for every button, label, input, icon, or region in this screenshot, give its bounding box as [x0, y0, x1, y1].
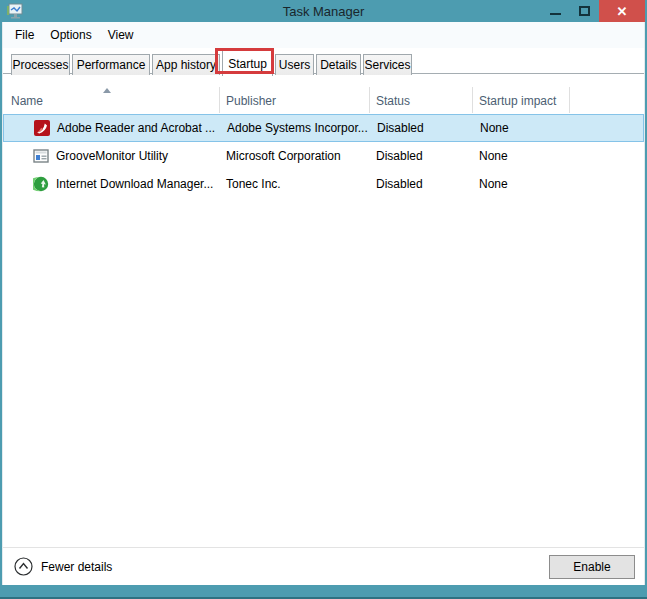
maximize-button[interactable] — [570, 0, 599, 22]
table-row[interactable]: Adobe Reader and Acrobat ... Adobe Syste… — [3, 114, 644, 142]
column-header-startup-impact[interactable]: Startup impact — [473, 75, 570, 114]
fewer-details-toggle[interactable]: Fewer details — [14, 557, 112, 576]
startup-item-status: Disabled — [371, 121, 474, 135]
startup-item-impact: None — [473, 177, 570, 191]
column-header-publisher[interactable]: Publisher — [220, 75, 370, 114]
startup-item-status: Disabled — [370, 149, 473, 163]
column-header-status[interactable]: Status — [370, 75, 473, 114]
window-body: File Options View Processes Performance … — [2, 22, 645, 585]
startup-item-publisher: Microsoft Corporation — [220, 149, 370, 163]
tab-details[interactable]: Details — [316, 54, 361, 75]
minimize-button[interactable] — [541, 0, 570, 22]
groove-monitor-icon — [33, 148, 49, 164]
menu-view[interactable]: View — [100, 24, 142, 46]
table-header: Name Publisher Status Startup impact — [3, 75, 644, 114]
idm-icon — [33, 176, 49, 192]
tab-performance[interactable]: Performance — [72, 54, 150, 75]
startup-items-list: Adobe Reader and Acrobat ... Adobe Syste… — [3, 114, 644, 198]
tab-users[interactable]: Users — [275, 54, 314, 75]
fewer-details-label: Fewer details — [41, 560, 112, 574]
startup-item-name: Adobe Reader and Acrobat ... — [57, 121, 215, 135]
startup-item-publisher: Tonec Inc. — [220, 177, 370, 191]
menu-bar: File Options View — [3, 22, 644, 48]
close-icon: ✕ — [617, 4, 628, 19]
tab-app-history[interactable]: App history — [152, 54, 220, 75]
table-row[interactable]: Internet Download Manager... Tonec Inc. … — [3, 170, 644, 198]
menu-options[interactable]: Options — [42, 24, 99, 46]
table-row[interactable]: GrooveMonitor Utility Microsoft Corporat… — [3, 142, 644, 170]
minimize-icon — [550, 13, 561, 15]
tab-startup[interactable]: Startup — [222, 50, 273, 76]
startup-item-publisher: Adobe Systems Incorpor... — [221, 121, 371, 135]
tab-processes[interactable]: Processes — [11, 54, 70, 75]
title-bar: Task Manager ✕ — [0, 0, 647, 22]
enable-button[interactable]: Enable — [549, 555, 635, 579]
startup-item-status: Disabled — [370, 177, 473, 191]
sort-ascending-icon — [103, 88, 111, 93]
startup-item-name: GrooveMonitor Utility — [56, 149, 168, 163]
close-button[interactable]: ✕ — [599, 0, 645, 22]
column-header-name[interactable]: Name — [3, 75, 220, 114]
adobe-reader-icon — [34, 120, 50, 136]
startup-item-impact: None — [473, 149, 570, 163]
tab-services[interactable]: Services — [363, 54, 412, 75]
column-header-empty — [570, 75, 644, 114]
tab-strip: Processes Performance App history Startu… — [3, 48, 644, 75]
task-manager-window: Task Manager ✕ File Options View Process… — [0, 0, 647, 599]
menu-file[interactable]: File — [7, 24, 42, 46]
chevron-up-circle-icon — [14, 557, 33, 576]
startup-item-impact: None — [474, 121, 571, 135]
footer-bar: Fewer details Enable — [3, 547, 644, 585]
startup-item-name: Internet Download Manager... — [56, 177, 213, 191]
maximize-icon — [579, 6, 590, 16]
